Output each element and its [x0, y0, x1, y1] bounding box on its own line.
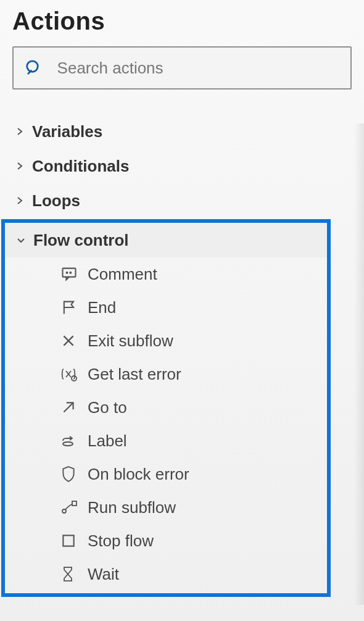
action-label: Wait: [88, 565, 119, 584]
action-label: Stop flow: [88, 531, 154, 551]
action-label: Go to: [88, 398, 127, 417]
svg-point-12: [63, 442, 73, 446]
actions-tree: Variables Conditionals Loops Flow contro…: [0, 114, 364, 597]
category-label: Loops: [32, 191, 80, 210]
arrow-up-right-icon: [60, 397, 88, 418]
chevron-right-icon: [15, 161, 32, 171]
svg-rect-2: [63, 269, 76, 277]
flow-control-highlight: Flow control Comment: [1, 219, 331, 597]
search-icon: [25, 57, 44, 78]
svg-rect-14: [72, 501, 77, 506]
category-variables[interactable]: Variables: [0, 114, 364, 149]
action-wait[interactable]: Wait: [5, 557, 327, 591]
category-label: Variables: [32, 122, 102, 141]
svg-point-4: [70, 272, 71, 273]
action-label: End: [88, 298, 116, 317]
x-icon: [60, 330, 88, 351]
action-go-to[interactable]: Go to: [5, 391, 327, 424]
category-flow-control[interactable]: Flow control: [5, 223, 327, 257]
action-label: On block error: [88, 465, 189, 484]
action-label: Run subflow: [88, 498, 176, 517]
action-get-last-error[interactable]: Get last error: [5, 357, 327, 391]
action-label: Get last error: [88, 365, 181, 384]
action-label: Exit subflow: [88, 331, 173, 351]
comment-icon: [60, 264, 88, 285]
chevron-down-icon: [16, 235, 33, 245]
flag-icon: [60, 297, 88, 318]
action-label[interactable]: Label: [5, 424, 327, 457]
variable-error-icon: [60, 364, 88, 385]
label-icon: [60, 430, 88, 451]
svg-line-11: [64, 404, 72, 412]
category-loops[interactable]: Loops: [0, 183, 364, 218]
action-stop-flow[interactable]: Stop flow: [5, 524, 327, 557]
action-exit-subflow[interactable]: Exit subflow: [5, 324, 327, 357]
action-label: Label: [88, 431, 127, 451]
category-conditionals[interactable]: Conditionals: [0, 149, 364, 183]
svg-rect-15: [63, 535, 73, 546]
search-box[interactable]: [12, 46, 352, 90]
category-label: Conditionals: [32, 157, 129, 176]
scrollbar[interactable]: [354, 123, 364, 605]
action-label: Comment: [88, 265, 157, 284]
svg-point-3: [67, 272, 68, 273]
shield-icon: [60, 464, 88, 485]
svg-point-0: [27, 61, 38, 72]
actions-panel: Actions Variables Conditionals: [0, 7, 364, 597]
category-label: Flow control: [33, 231, 129, 250]
hourglass-icon: [60, 564, 88, 585]
subflow-icon: [60, 497, 88, 518]
action-run-subflow[interactable]: Run subflow: [5, 491, 327, 524]
action-comment[interactable]: Comment: [5, 257, 327, 291]
chevron-right-icon: [15, 196, 32, 206]
panel-title: Actions: [12, 7, 364, 35]
chevron-right-icon: [15, 127, 32, 136]
stop-square-icon: [60, 530, 88, 551]
action-end[interactable]: End: [5, 291, 327, 324]
action-on-block-error[interactable]: On block error: [5, 457, 327, 491]
search-input[interactable]: [56, 58, 339, 78]
